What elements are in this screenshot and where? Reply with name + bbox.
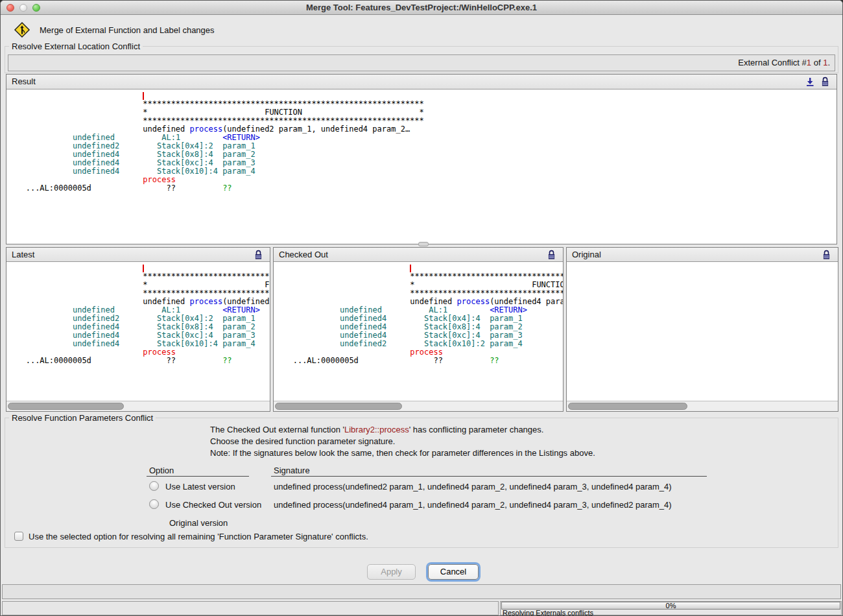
conflict-counter: External Conflict #1 of 1. — [8, 54, 835, 71]
option-row: Original version — [5, 517, 838, 530]
lock-icon[interactable] — [822, 250, 832, 260]
apply-button[interactable]: Apply — [367, 564, 416, 580]
close-button[interactable] — [6, 4, 14, 12]
cancel-button[interactable]: Cancel — [428, 564, 479, 580]
listing-checked-out[interactable]: ****************************************… — [274, 262, 563, 401]
conflict-info-line-1: The Checked Out external function 'Libra… — [210, 425, 543, 434]
lock-icon[interactable] — [254, 250, 264, 260]
latest-panel-header: Latest — [6, 248, 270, 262]
resolve-function-parameters-group: Resolve Function Parameters Conflict The… — [5, 418, 838, 548]
message-bar — [2, 584, 841, 599]
option-signature: undefined process(undefined2 param_1, un… — [274, 482, 672, 492]
scrollbar-thumb[interactable] — [275, 403, 402, 410]
option-row: Use Checked Out versionundefined process… — [5, 499, 838, 512]
signature-header-underline — [271, 476, 707, 477]
counter-post: . — [827, 58, 830, 67]
merge-phase-header: Merge of External Function and Label cha… — [14, 21, 215, 38]
conflict-info-line-3: Note: If the signatures below look the s… — [210, 448, 595, 458]
use-for-all-label: Use the selected option for resolving al… — [29, 532, 368, 541]
checked-out-panel: Checked Out ****************************… — [273, 247, 564, 412]
panel-title: Latest — [12, 250, 34, 259]
latest-panel: Latest *********************************… — [6, 247, 270, 412]
panel-title: Checked Out — [279, 250, 328, 259]
conflicting-function-name: Library2::process — [344, 425, 409, 434]
result-panel: Result — [6, 74, 837, 244]
scrollbar-thumb[interactable] — [8, 403, 124, 410]
minimize-button[interactable] — [19, 4, 27, 12]
group-title: Resolve External Location Conflict — [9, 41, 143, 51]
option-header-underline — [147, 476, 249, 477]
option-signature: undefined process(undefined4 param_1, un… — [274, 500, 672, 510]
option-column-header: Option — [149, 466, 174, 475]
original-panel: Original — [566, 247, 838, 412]
counter-current: 1 — [807, 58, 811, 67]
status-area — [2, 601, 499, 615]
horizontal-scrollbar[interactable] — [567, 401, 838, 411]
listing-result[interactable]: ****************************************… — [6, 89, 837, 244]
panel-title: Result — [12, 77, 36, 86]
checked-out-panel-header: Checked Out — [274, 248, 563, 262]
scrollbar-thumb[interactable] — [568, 403, 687, 410]
counter-mid: of — [811, 58, 823, 67]
titlebar[interactable]: Merge Tool: Features_DevTestProject:/Win… — [1, 1, 842, 15]
progress-task-label: Resolving Externals conflicts — [503, 610, 593, 616]
horizontal-scrollbar[interactable] — [274, 401, 563, 411]
radio-use-latest-version[interactable] — [149, 481, 159, 491]
info-text: The Checked Out external function ' — [210, 425, 344, 434]
option-label: Original version — [169, 518, 228, 528]
lock-icon[interactable] — [820, 77, 831, 87]
original-panel-header: Original — [567, 248, 838, 262]
progress-area: 0% Resolving Externals conflicts — [500, 601, 842, 615]
listing-original[interactable] — [567, 262, 838, 401]
zoom-button[interactable] — [32, 4, 40, 12]
option-row: Use Latest versionundefined process(unde… — [5, 480, 838, 493]
splitter-handle[interactable] — [418, 242, 429, 246]
use-for-all-checkbox[interactable] — [14, 532, 23, 541]
merge-sign-icon — [14, 21, 30, 38]
panel-title: Original — [572, 250, 601, 259]
merge-tool-window: Merge Tool: Features_DevTestProject:/Win… — [0, 0, 843, 616]
lock-icon[interactable] — [547, 250, 557, 260]
resolve-external-location-group: Resolve External Location Conflict Exter… — [5, 46, 838, 73]
info-text: ' has conflicting parameter changes. — [409, 425, 544, 434]
conflict-info-line-2: Choose the desired function parameter si… — [210, 436, 395, 446]
phase-label: Merge of External Function and Label cha… — [40, 25, 215, 35]
radio-use-checked-out-version[interactable] — [149, 499, 159, 509]
signature-column-header: Signature — [274, 466, 310, 475]
result-panel-header: Result — [6, 75, 837, 89]
window-controls — [6, 4, 40, 12]
listing-latest[interactable]: ****************************************… — [6, 262, 270, 401]
option-label[interactable]: Use Checked Out version — [165, 500, 261, 510]
option-label[interactable]: Use Latest version — [165, 482, 235, 492]
scroll-to-conflict-icon[interactable] — [805, 77, 815, 87]
group-title: Resolve Function Parameters Conflict — [9, 413, 156, 423]
horizontal-scrollbar[interactable] — [6, 401, 270, 411]
window-title: Merge Tool: Features_DevTestProject:/Win… — [1, 1, 842, 15]
counter-text: External Conflict # — [738, 58, 807, 67]
